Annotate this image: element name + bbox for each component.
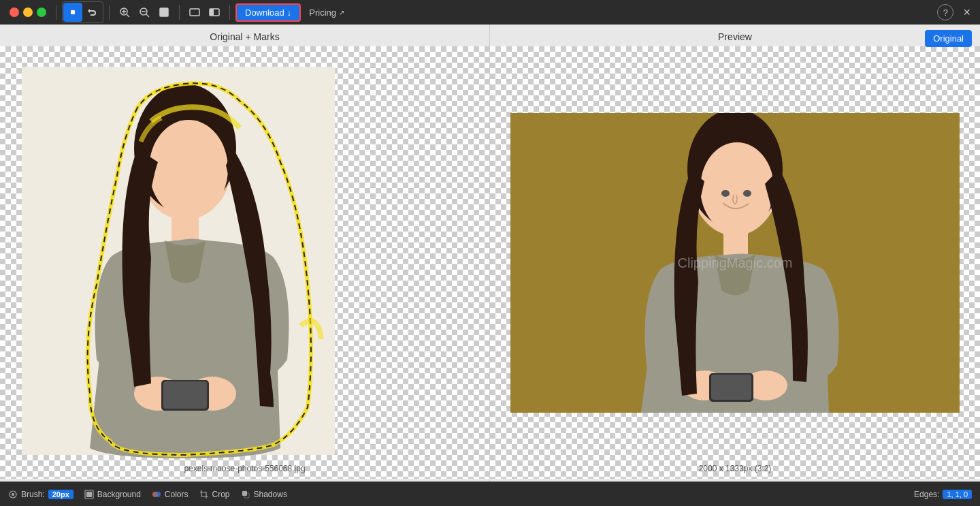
svg-point-17: [149, 120, 228, 218]
pricing-button[interactable]: Pricing ↗: [304, 5, 350, 20]
left-image-area: [15, 67, 474, 462]
edges-label: Edges:: [914, 490, 939, 499]
original-btn-label: Original: [933, 33, 964, 44]
svg-rect-30: [711, 375, 751, 400]
separator-2: [109, 5, 110, 20]
svg-rect-10: [162, 10, 166, 14]
preview-title: Preview: [490, 25, 980, 46]
original-view-btn[interactable]: [185, 3, 204, 22]
crop-icon: [199, 490, 209, 499]
download-label: Download: [245, 7, 284, 18]
svg-point-38: [155, 492, 161, 497]
maximize-window-btn[interactable]: [37, 7, 46, 17]
background-item[interactable]: Background: [84, 490, 141, 499]
close-label: ×: [963, 5, 970, 19]
shadows-item[interactable]: Shadows: [241, 490, 287, 499]
main-content: Original + Marks: [0, 25, 980, 481]
colors-item[interactable]: Colors: [152, 490, 189, 499]
colors-label: Colors: [165, 490, 189, 499]
svg-point-34: [12, 493, 14, 496]
preview-person-svg: [510, 113, 960, 413]
edges-item: Edges: 1, 1, 0: [914, 490, 972, 499]
crop-item[interactable]: Crop: [199, 490, 230, 499]
left-panel-title: Original + Marks: [0, 25, 489, 46]
preview-image-container: ClippingMagic.com: [510, 113, 960, 413]
background-label: Background: [97, 490, 141, 499]
pricing-label: Pricing: [309, 7, 336, 18]
brush-label: Brush:: [21, 490, 45, 499]
shadows-label: Shadows: [254, 490, 287, 499]
svg-point-31: [721, 190, 730, 197]
left-scene-svg: [15, 67, 474, 462]
close-button[interactable]: ×: [959, 4, 975, 21]
separator-1: [56, 5, 56, 20]
mark-tools-group: [62, 1, 103, 23]
svg-point-32: [743, 190, 751, 197]
zoom-tools: [115, 3, 174, 22]
shadows-icon: [241, 490, 250, 499]
undo-btn[interactable]: [83, 3, 102, 22]
brush-icon: [8, 490, 18, 499]
brush-size-badge: 20px: [48, 490, 74, 499]
original-button[interactable]: Original: [925, 30, 972, 47]
minimize-window-btn[interactable]: [23, 7, 33, 17]
svg-line-7: [146, 14, 149, 17]
svg-rect-11: [190, 9, 199, 16]
background-icon: [84, 490, 94, 499]
svg-rect-18: [172, 210, 199, 244]
right-panel: Preview Original: [490, 25, 980, 481]
help-label: ?: [943, 7, 948, 18]
help-button[interactable]: ?: [937, 4, 953, 20]
edges-value: 1, 1, 0: [943, 490, 972, 499]
colors-icon: [152, 490, 161, 499]
external-link-icon: ↗: [339, 9, 344, 16]
dimensions-label: 2000 x 1333px (3:2): [699, 464, 772, 473]
separator-3: [179, 5, 180, 20]
svg-point-25: [700, 142, 774, 234]
statusbar: Brush: 20px Background Colors Crop Shado…: [0, 481, 980, 506]
zoom-out-btn[interactable]: [135, 3, 154, 22]
svg-rect-1: [71, 10, 75, 14]
svg-rect-36: [86, 492, 92, 497]
toolbar: Download ↓ Pricing ↗ ? ×: [0, 0, 980, 25]
brush-size-item: Brush: 20px: [8, 490, 74, 499]
filename-label: pexels-moose-photos-556068.jpg: [184, 464, 305, 473]
preview-canvas[interactable]: ClippingMagic.com 2000 x 1333px (3:2): [490, 46, 980, 479]
left-panel: Original + Marks: [0, 25, 490, 481]
svg-rect-13: [210, 9, 214, 16]
close-window-btn[interactable]: [10, 7, 19, 17]
split-view-btn[interactable]: [205, 3, 224, 22]
left-canvas-area[interactable]: pexels-moose-photos-556068.jpg: [0, 46, 489, 479]
fit-view-btn[interactable]: [154, 3, 174, 22]
svg-line-3: [127, 14, 129, 17]
window-controls: [5, 7, 50, 17]
separator-4: [229, 5, 230, 20]
svg-rect-22: [163, 381, 207, 409]
crop-label: Crop: [212, 490, 230, 499]
foreground-mark-btn[interactable]: [63, 3, 82, 22]
download-icon: ↓: [287, 7, 292, 18]
download-button[interactable]: Download ↓: [235, 3, 301, 22]
zoom-in-btn[interactable]: [115, 3, 134, 22]
view-tools: [185, 3, 224, 22]
toolbar-right: ? ×: [937, 4, 975, 21]
